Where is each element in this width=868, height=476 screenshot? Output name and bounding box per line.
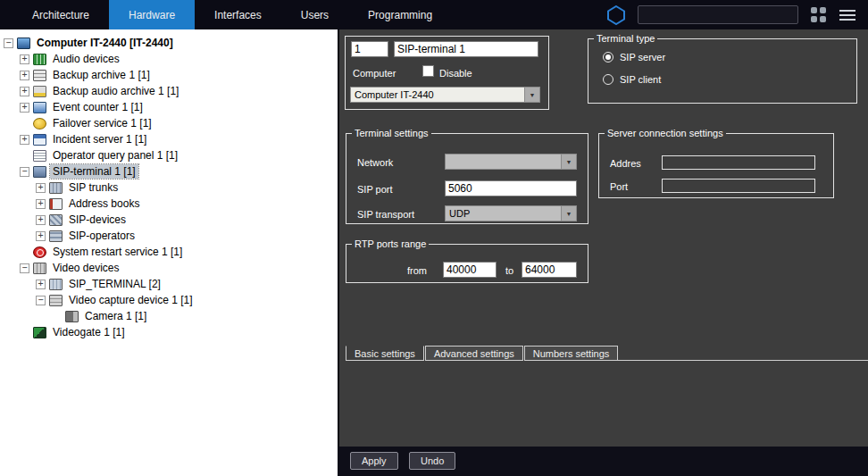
tree-item-label: SIP trunks [66,180,121,195]
tree-item-label: Camera 1 [1] [82,309,149,323]
expand-box-icon[interactable]: + [20,71,29,80]
topbar-tab-users[interactable]: Users [281,0,348,29]
tree-item[interactable]: −Video devices [0,260,338,276]
tab-strip-baseline [618,346,868,361]
tree-item[interactable]: −SIP-terminal 1 [1] [0,163,338,180]
rtp-ports-title: RTP ports range [352,238,429,249]
footer-bar: Apply Undo [338,447,868,476]
tree-item[interactable]: System restart service 1 [1] [0,244,338,260]
topbar-tab-hardware[interactable]: Hardware [109,0,195,29]
tree-item-label: System restart service 1 [1] [50,245,185,259]
sip-terminal-icon [33,166,46,178]
grid-square [811,7,817,13]
tree-item-label: SIP_TERMINAL [2] [66,277,163,291]
topbar-right-cluster [607,0,868,29]
device-tree: −Computer IT-2440 [IT-2440]+Audio device… [0,29,338,476]
expand-box-icon[interactable]: + [36,183,46,193]
videogate-icon [33,327,46,338]
sip-transport-label: SIP transport [357,209,414,220]
rtp-to-field[interactable] [522,262,577,278]
rtp-from-field[interactable] [443,262,497,278]
tree-item[interactable]: Videogate 1 [1] [0,324,338,340]
tree-item[interactable]: −Video capture device 1 [1] [0,292,338,308]
expand-box-icon[interactable]: + [20,103,29,113]
sip-port-label: SIP port [357,184,393,195]
tree-item[interactable]: +SIP-devices [0,212,338,228]
server-port-label: Port [610,181,628,192]
collapse-box-icon[interactable]: − [4,38,13,48]
chevron-down-icon[interactable]: ▼ [524,88,539,102]
menu-icon[interactable] [839,10,855,21]
expand-box-icon[interactable]: + [36,215,46,225]
tab-basic-settings[interactable]: Basic settings [346,346,424,361]
tree-item[interactable]: +Audio devices [0,51,338,67]
menu-bar [839,10,855,12]
tab-advanced-settings[interactable]: Advanced settings [425,346,523,361]
tree-item[interactable]: Operator query panel 1 [1] [0,147,338,163]
object-id-field[interactable] [351,41,388,57]
tree-item-label: Video devices [50,261,122,275]
audio-devices-icon [33,54,46,65]
apps-grid-icon[interactable] [811,7,827,23]
search-input[interactable] [638,5,798,24]
chevron-down-icon[interactable]: ▼ [561,154,576,169]
tree-item-label: Computer IT-2440 [IT-2440] [34,36,176,50]
radio-selected-icon[interactable] [603,52,613,63]
network-select[interactable]: ▼ [445,154,577,170]
undo-button[interactable]: Undo [409,452,455,470]
topbar-tab-interfaces[interactable]: Interfaces [195,0,281,29]
topbar-tab-architecture[interactable]: Architecture [13,0,109,29]
tab-numbers-settings[interactable]: Numbers settings [524,346,619,361]
sip-transport-select-value: UDP [446,208,561,219]
tree-item[interactable]: −Computer IT-2440 [IT-2440] [0,35,338,51]
tree-item-label: Operator query panel 1 [1] [50,148,180,163]
camera-icon [65,311,79,322]
radio-option-sip-server[interactable]: SIP server [603,52,856,63]
tree-item[interactable]: +Backup archive 1 [1] [0,67,338,83]
tree-item[interactable]: +Address books [0,196,338,212]
terminal-settings-title: Terminal settings [352,128,431,138]
tree-item[interactable]: Failover service 1 [1] [0,115,338,131]
tree-item[interactable]: +Event counter 1 [1] [0,99,338,115]
server-port-field[interactable] [662,179,815,193]
apply-button[interactable]: Apply [350,452,398,470]
tree-item[interactable]: +SIP-operators [0,228,338,244]
backup-audio-archive-icon [33,86,46,97]
tree-item-label: Event counter 1 [1] [50,100,146,114]
disable-checkbox[interactable] [422,65,434,77]
collapse-box-icon[interactable]: − [20,167,29,177]
tree-item[interactable]: +Incident server 1 [1] [0,131,338,147]
tree-item[interactable]: Camera 1 [1] [0,308,338,324]
sip-port-field[interactable] [445,180,577,196]
topbar-tab-programming[interactable]: Programming [348,0,452,29]
hexagon-logo-icon [607,5,625,25]
expand-box-icon[interactable]: + [36,199,46,209]
tree-item-label: Videogate 1 [1] [50,325,128,339]
computer-select[interactable]: Computer IT-2440 ▼ [350,87,540,103]
radio-icon[interactable] [603,74,613,85]
expand-box-icon[interactable]: + [36,280,46,289]
tree-item[interactable]: +SIP_TERMINAL [2] [0,276,338,292]
tree-item[interactable]: +Backup audio archive 1 [1] [0,83,338,99]
grid-square [820,7,826,13]
rtp-to-label: to [505,265,513,276]
radio-label: SIP client [620,74,661,85]
collapse-box-icon[interactable]: − [36,296,46,305]
tree-item[interactable]: +SIP trunks [0,180,338,196]
expand-box-icon[interactable]: + [20,135,29,145]
network-label: Network [357,157,393,168]
terminal-type-title: Terminal type [594,33,657,44]
address-field[interactable] [662,155,815,170]
radio-option-sip-client[interactable]: SIP client [603,74,856,85]
chevron-down-icon[interactable]: ▼ [561,206,576,221]
computer-select-value: Computer IT-2440 [351,89,524,100]
expand-box-icon[interactable]: + [36,231,46,241]
collapse-box-icon[interactable]: − [20,263,29,273]
app-window: ArchitectureHardwareInterfacesUsersProgr… [0,0,868,476]
object-name-field[interactable] [394,41,538,57]
expand-box-icon[interactable]: + [20,87,29,96]
tree-item-label: Failover service 1 [1] [50,116,154,130]
sip-transport-select[interactable]: UDP ▼ [445,205,577,221]
expand-box-icon[interactable]: + [20,54,29,64]
tree-item-label: Backup archive 1 [1] [50,68,153,82]
